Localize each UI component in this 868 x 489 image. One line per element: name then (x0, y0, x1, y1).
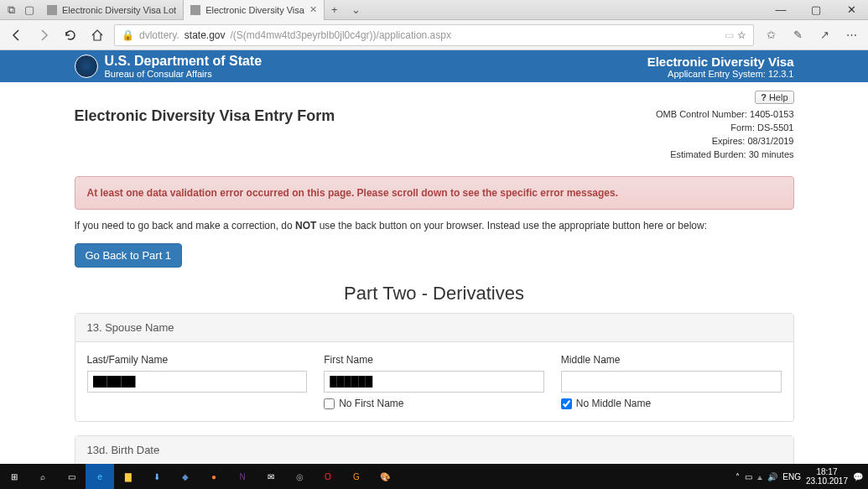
form-expires: Expires: 08/31/2019 (656, 134, 793, 148)
forward-button[interactable] (34, 25, 54, 45)
refresh-button[interactable] (60, 25, 81, 45)
no-first-name-checkbox[interactable] (324, 398, 335, 409)
opera-taskbar-icon[interactable]: O (314, 464, 342, 489)
spouse-panel: 13. Spouse Name Last/Family Name First N… (75, 313, 794, 422)
last-name-label: Last/Family Name (87, 354, 308, 366)
favorite-icon[interactable]: ☆ (737, 29, 746, 41)
validation-alert: At least one data validation error occur… (75, 176, 794, 210)
instruction-bold: NOT (295, 220, 316, 231)
lock-icon: 🔒 (122, 29, 134, 41)
tab-title: Electronic Diversity Visa Lot (62, 5, 176, 15)
clock-time: 18:17 (806, 467, 848, 476)
window-copy-icon[interactable]: ⧉ (5, 4, 17, 16)
clock-date: 23.10.2017 (806, 476, 848, 486)
form-number: Form: DS-5501 (656, 121, 793, 134)
middle-name-input[interactable] (561, 371, 782, 393)
content-area: ? Help Electronic Diversity Visa Entry F… (70, 82, 799, 489)
search-button[interactable]: ⌕ (29, 464, 57, 489)
help-icon: ? (761, 92, 767, 102)
address-bar[interactable]: 🔒 dvlottery.state.gov/(S(md4mw4td3peyrbl… (114, 24, 754, 46)
task-view-button[interactable]: ▭ (57, 464, 86, 489)
instruction-text: If you need to go back and make a correc… (75, 220, 794, 231)
app3-taskbar-icon[interactable]: G (342, 464, 371, 489)
mail-taskbar-icon[interactable]: ✉ (257, 464, 285, 489)
share-icon[interactable]: ↗ (814, 25, 834, 45)
last-name-input[interactable] (87, 371, 308, 393)
first-name-input[interactable] (324, 371, 544, 393)
form-meta: OMB Control Number: 1405-0153 Form: DS-5… (656, 107, 793, 161)
birth-panel-header: 13d. Birth Date (75, 436, 793, 465)
first-name-label: First Name (324, 354, 544, 366)
spouse-panel-header: 13. Spouse Name (75, 314, 793, 342)
middle-name-label: Middle Name (561, 354, 782, 366)
taskbar-clock[interactable]: 18:17 23.10.2017 (806, 467, 848, 486)
instruction-prefix: If you need to go back and make a correc… (75, 220, 296, 231)
paint-taskbar-icon[interactable]: 🎨 (371, 464, 399, 489)
close-tab-icon[interactable]: ✕ (309, 4, 317, 15)
bureau-name: Bureau of Consular Affairs (105, 69, 262, 79)
form-burden: Estimated Burden: 30 minutes (656, 148, 793, 161)
page-header: U.S. Department of State Bureau of Consu… (0, 50, 868, 82)
battery-icon[interactable]: ▭ (745, 472, 752, 481)
onenote-taskbar-icon[interactable]: N (228, 464, 257, 489)
tab-more-icon[interactable]: ⌄ (345, 3, 367, 16)
home-button[interactable] (87, 25, 107, 45)
go-back-button[interactable]: Go Back to Part 1 (75, 243, 183, 268)
no-middle-name-label: No Middle Name (576, 398, 651, 409)
no-first-name-label: No First Name (339, 398, 403, 409)
new-tab-button[interactable]: + (325, 3, 345, 16)
section-title: Part Two - Derivatives (75, 283, 794, 304)
notification-icon[interactable]: 💬 (853, 472, 863, 481)
store-taskbar-icon[interactable]: ⬇ (143, 464, 171, 489)
wifi-icon[interactable]: ⟁ (757, 472, 762, 481)
start-button[interactable]: ⊞ (0, 464, 29, 489)
favorites-hub-icon[interactable]: ✩ (761, 25, 781, 45)
favicon-icon (190, 5, 200, 15)
department-name: U.S. Department of State (105, 54, 262, 69)
url-domain: state.gov (185, 29, 226, 41)
minimize-button[interactable]: — (764, 0, 798, 20)
app2-taskbar-icon[interactable]: ◎ (285, 464, 314, 489)
tab-title: Electronic Diversity Visa (205, 5, 304, 15)
volume-icon[interactable]: 🔊 (767, 472, 777, 481)
url-suffix: /(S(md4mw4td3peyrblb0jl0c4gr))/applicati… (231, 29, 451, 41)
window-list-icon[interactable]: ▢ (23, 4, 35, 16)
close-window-button[interactable]: ✕ (834, 0, 868, 20)
app-title: Electronic Diversity Visa (647, 55, 794, 69)
notes-icon[interactable]: ✎ (787, 25, 808, 45)
back-button[interactable] (7, 25, 27, 45)
favicon-icon (47, 5, 57, 15)
browser-tab-active[interactable]: Electronic Diversity Visa ✕ (184, 0, 325, 20)
help-label: Help (769, 92, 788, 102)
omb-number: OMB Control Number: 1405-0153 (656, 107, 793, 121)
state-seal-icon (75, 55, 98, 78)
explorer-taskbar-icon[interactable]: ▇ (114, 464, 143, 489)
instruction-suffix: use the back button on your browser. Ins… (316, 220, 707, 231)
browser-tab-bar: ⧉ ▢ Electronic Diversity Visa Lot Electr… (0, 0, 868, 20)
maximize-button[interactable]: ▢ (799, 0, 833, 20)
url-prefix: dvlottery. (139, 29, 179, 41)
firefox-taskbar-icon[interactable]: ● (200, 464, 228, 489)
edge-taskbar-icon[interactable]: e (86, 464, 114, 489)
form-title: Electronic Diversity Visa Entry Form (75, 107, 335, 161)
windows-taskbar: ⊞ ⌕ ▭ e ▇ ⬇ ◆ ● N ✉ ◎ O G 🎨 ˄ ▭ ⟁ 🔊 ENG … (0, 464, 868, 489)
help-button[interactable]: ? Help (755, 91, 793, 104)
system-version: Applicant Entry System: 12.3.1 (647, 69, 794, 79)
language-indicator[interactable]: ENG (782, 472, 801, 481)
more-icon[interactable]: ⋯ (841, 25, 861, 45)
reading-view-icon[interactable]: ▭ (725, 29, 734, 41)
browser-nav-bar: 🔒 dvlottery.state.gov/(S(md4mw4td3peyrbl… (0, 20, 868, 50)
tray-chevron-icon[interactable]: ˄ (735, 472, 740, 481)
no-middle-name-checkbox[interactable] (561, 398, 572, 409)
browser-tab-inactive[interactable]: Electronic Diversity Visa Lot (40, 0, 184, 20)
app-taskbar-icon[interactable]: ◆ (171, 464, 200, 489)
